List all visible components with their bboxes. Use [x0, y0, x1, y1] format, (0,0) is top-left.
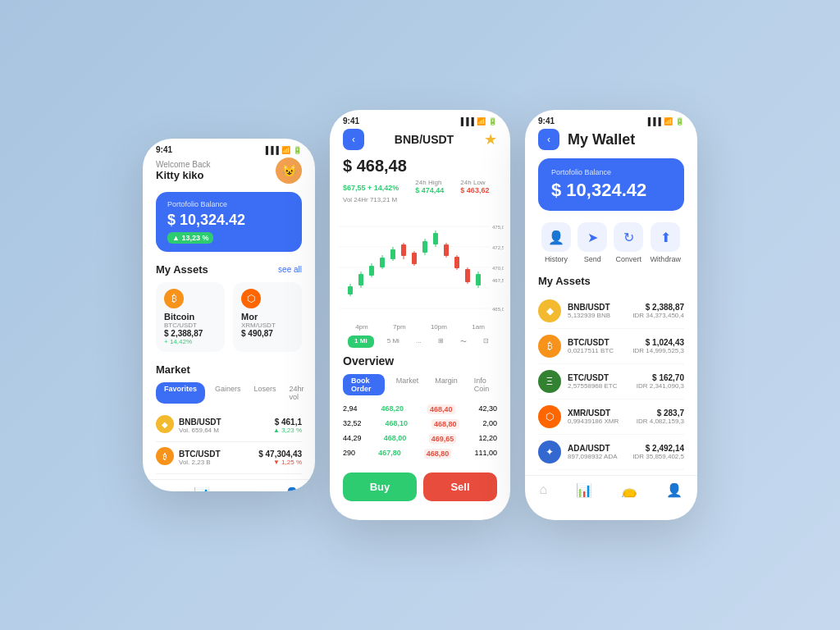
tab-favorites[interactable]: Favorites	[156, 382, 205, 404]
bnb-list-left: ◆ BNB/USDT 5,132939 BNB	[538, 299, 610, 322]
tab-gainers[interactable]: Gainers	[212, 382, 244, 404]
right-header: ‹ My Wallet	[525, 129, 697, 158]
time-left: 9:41	[156, 145, 172, 154]
battery-icon: 🔋	[293, 146, 302, 154]
ada-list-icon: ✦	[538, 441, 561, 463]
total-1: 42,30	[478, 404, 497, 414]
action-history[interactable]: 👤 History	[541, 222, 571, 263]
price-meta: $67,55 + 14,42% 24h High $ 474,44 24h Lo…	[343, 179, 497, 194]
xmr-list-pair: XMR/USDT	[568, 409, 619, 418]
svg-text:465,0: 465,0	[492, 307, 504, 312]
bottom-nav-left: ⌂ 📊 👝 👤	[143, 479, 315, 491]
nav-profile[interactable]: 👤	[284, 486, 300, 491]
ctrl-expand[interactable]: ⊡	[480, 336, 492, 348]
svg-rect-8	[358, 274, 363, 285]
asset-list-etc[interactable]: Ξ ETC/USDT 2,57558968 ETC $ 162,70 IDR 2…	[538, 364, 684, 399]
etc-list-amount: 2,57558968 ETC	[568, 382, 618, 390]
action-withdraw[interactable]: ⬆ Withdraw	[650, 222, 681, 263]
tab-24h[interactable]: 24hr vol	[286, 382, 308, 404]
etc-list-icon: Ξ	[538, 370, 561, 393]
convert-label: Convert	[616, 255, 642, 263]
total-4: 111,00	[474, 449, 497, 459]
balance-amount-left: $ 10,324.42	[167, 212, 290, 229]
tab-market[interactable]: Market	[391, 374, 424, 395]
chart-controls: 1 Mi 5 Mi ... ⊞ 〜 ⊡	[330, 336, 510, 348]
sell-4: 468,80	[424, 449, 452, 459]
asset-card-btc[interactable]: ₿ Bitcoin BTC/USDT $ 2,388,87 + 14,42%	[156, 282, 225, 352]
asset-list-ada[interactable]: ✦ ADA/USDT 897,098932 ADA $ 2,492,14 IDR…	[538, 435, 684, 470]
welcome-row: Welcome Back Kitty kiko 😺	[156, 158, 302, 184]
bnb-market-vol: Vol. 659,64 M	[179, 427, 221, 434]
time-middle: 9:41	[343, 116, 359, 126]
nav-wallet-r[interactable]: 👝	[621, 482, 637, 498]
svg-rect-22	[433, 233, 438, 244]
ada-list-usd: $ 2,492,14	[632, 444, 684, 453]
buy-1: 468,20	[381, 404, 404, 414]
ada-list-info: ADA/USDT 897,098932 ADA	[568, 444, 618, 460]
send-icon: ➤	[578, 222, 607, 252]
buy-button[interactable]: Buy	[343, 472, 417, 501]
sell-button[interactable]: Sell	[423, 472, 497, 501]
middle-header: ‹ BNB/USDT ★	[330, 129, 510, 157]
asset-list-btc[interactable]: ₿ BTC/USDT 0,0217511 BTC $ 1,024,43 IDR …	[538, 329, 684, 364]
etc-list-pair: ETC/USDT	[568, 373, 618, 382]
nav-profile-r[interactable]: 👤	[666, 482, 682, 498]
svg-text:472,5: 472,5	[492, 245, 504, 250]
bnb-market-right: $ 461,1 ▲ 3,23 %	[273, 418, 302, 434]
ctrl-wave[interactable]: 〜	[457, 336, 470, 348]
tab-losers[interactable]: Losers	[251, 382, 280, 404]
status-bar-right: 9:41 ▐▐▐ 📶 🔋	[525, 110, 697, 129]
battery-icon-r: 🔋	[675, 117, 684, 126]
wallet-balance-label: Portofolio Balance	[551, 168, 671, 176]
action-convert[interactable]: ↻ Convert	[614, 222, 643, 263]
ctrl-5mi[interactable]: 5 Mi	[384, 336, 403, 348]
low-label: 24h Low	[460, 179, 489, 186]
btc-list-info: BTC/USDT 0,0217511 BTC	[568, 338, 614, 354]
wifi-icon-m: 📶	[477, 117, 486, 126]
tab-book-order[interactable]: Book Order	[343, 374, 385, 395]
btc-list-amount: 0,0217511 BTC	[568, 347, 614, 354]
asset-card-xmr[interactable]: ⬡ Mor XRM/USDT $ 490,87	[233, 282, 302, 352]
bnb-list-usd: $ 2,388,87	[632, 303, 684, 312]
etc-list-right: $ 162,70 IDR 2,341,090,3	[637, 373, 684, 390]
bnb-market-pair: BNB/USDT	[179, 418, 221, 427]
market-item-bnb[interactable]: ◆ BNB/USDT Vol. 659,64 M $ 461,1 ▲ 3,23 …	[156, 410, 302, 442]
asset-list-xmr[interactable]: ⬡ XMR/USDT 0,99439186 XMR $ 283,7 IDR 4,…	[538, 399, 684, 435]
order-row-1: 2,94 468,20 468,40 42,30	[343, 402, 497, 417]
vol-label: Vol 24Hr	[343, 196, 368, 203]
back-button-right[interactable]: ‹	[538, 129, 559, 150]
xmr-list-info: XMR/USDT 0,99439186 XMR	[568, 409, 619, 425]
btc-list-usd: $ 1,024,43	[632, 338, 684, 347]
market-item-btc[interactable]: ₿ BTC/USDT Vol. 2,23 B $ 47,304,43 ▼ 1,2…	[156, 442, 302, 474]
nav-wallet[interactable]: 👝	[239, 486, 255, 491]
assets-list-right: My Assets ◆ BNB/USDT 5,132939 BNB $ 2,38…	[525, 275, 697, 470]
star-icon[interactable]: ★	[484, 130, 497, 148]
see-all-link[interactable]: see all	[278, 265, 302, 274]
market-tabs: Favorites Gainers Losers 24hr vol	[156, 382, 302, 404]
status-bar-left: 9:41 ▐▐▐ 📶 🔋	[143, 139, 315, 158]
ctrl-grid[interactable]: ⊞	[435, 336, 447, 348]
ctrl-more[interactable]: ...	[413, 336, 425, 348]
assets-title: My Assets	[156, 263, 208, 276]
qty-2: 32,52	[343, 419, 362, 429]
btc-list-icon: ₿	[538, 335, 561, 358]
back-button-middle[interactable]: ‹	[343, 129, 364, 150]
buy-2: 468,10	[385, 419, 408, 429]
prev-price-item: $67,55 + 14,42%	[343, 179, 399, 194]
ctrl-1mi[interactable]: 1 Mi	[348, 336, 374, 348]
assets-header: My Assets see all	[156, 263, 302, 276]
send-label: Send	[584, 255, 601, 263]
nav-home-r[interactable]: ⌂	[540, 482, 548, 498]
asset-list-bnb[interactable]: ◆ BNB/USDT 5,132939 BNB $ 2,388,87 IDR 3…	[538, 294, 684, 329]
wifi-icon: 📶	[281, 146, 290, 154]
nav-chart-r[interactable]: 📊	[576, 482, 592, 498]
tab-margin[interactable]: Margin	[430, 374, 463, 395]
convert-icon: ↻	[614, 222, 643, 252]
withdraw-icon: ⬆	[651, 222, 680, 252]
nav-chart[interactable]: 📊	[194, 486, 210, 491]
bottom-nav-right: ⌂ 📊 👝 👤	[525, 475, 697, 503]
svg-rect-18	[412, 253, 417, 264]
tab-info-coin[interactable]: Info Coin	[469, 374, 497, 395]
nav-home[interactable]: ⌂	[158, 486, 166, 491]
action-send[interactable]: ➤ Send	[578, 222, 607, 263]
